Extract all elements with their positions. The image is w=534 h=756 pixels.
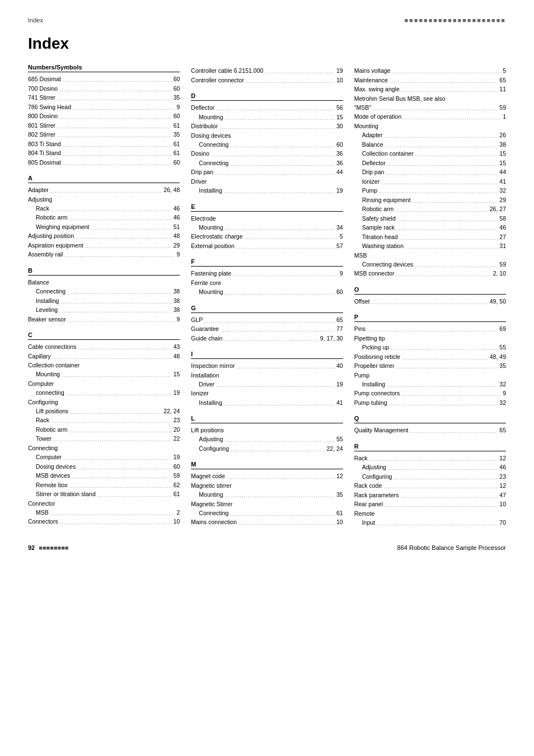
list-item: 700 Dosino60 <box>28 84 180 94</box>
list-item: Lift positions <box>191 426 343 435</box>
list-item: 804 Ti Stand61 <box>28 148 180 158</box>
list-item: Inspection mirror40 <box>191 361 343 371</box>
list-item: Controller cable 6.2151.00019 <box>191 66 343 76</box>
list-item: Installing32 <box>354 380 506 389</box>
list-item: Metrohm Serial Bus MSB, see also <box>354 94 506 103</box>
header-index-label: Index <box>28 17 43 24</box>
list-item: Drip pan44 <box>191 167 343 177</box>
list-item: Connectors10 <box>28 517 180 526</box>
list-item: Mounting34 <box>191 223 343 232</box>
list-item: Maintenance65 <box>354 76 506 85</box>
column-2: Controller cable 6.2151.00019Controller … <box>191 64 343 527</box>
section-header-p: P <box>354 314 506 322</box>
list-item: Collection container15 <box>354 149 506 158</box>
list-item: 741 Stirrer35 <box>28 93 180 102</box>
list-item: Ionizer <box>191 389 343 398</box>
list-item: connecting19 <box>28 388 180 398</box>
list-item: Adjusting <box>28 195 180 204</box>
list-item: Mounting60 <box>191 287 343 297</box>
list-item: Balance38 <box>354 140 506 150</box>
list-item: Titration head27 <box>354 232 506 242</box>
list-item: Guide chain9, 17, 30 <box>191 334 343 343</box>
list-item: Mounting <box>354 122 506 130</box>
section-header-f: F <box>191 258 343 267</box>
list-item: Connecting devices59 <box>354 260 506 269</box>
list-item: Mains voltage5 <box>354 66 506 76</box>
section-header-d: D <box>191 92 343 101</box>
list-item: MSB connector2, 10 <box>354 269 506 278</box>
list-item: Dosing devices <box>191 131 343 140</box>
list-item: Rack23 <box>28 416 180 425</box>
list-item: Remote box62 <box>28 480 180 490</box>
list-item: Propeller stirrer35 <box>354 361 506 371</box>
list-item: Stirrer or titration stand61 <box>28 489 180 499</box>
list-item: Mounting15 <box>191 113 343 122</box>
section-header-q: Q <box>354 415 506 423</box>
list-item: Controller connector10 <box>191 76 343 85</box>
list-item: Installing41 <box>191 398 343 408</box>
page-header: Index ■■■■■■■■■■■■■■■■■■■■■ <box>28 17 506 24</box>
list-item: Ferrite core <box>191 278 343 287</box>
list-item: Rinsing equipment29 <box>354 195 506 205</box>
list-item: Dosing devices60 <box>28 462 180 472</box>
list-item: Computer <box>28 379 180 388</box>
list-item: 685 Dosimat60 <box>28 74 180 84</box>
columns-wrapper: Numbers/Symbols685 Dosimat60700 Dosino60… <box>28 64 506 528</box>
list-item: 803 Ti Stand61 <box>28 139 180 149</box>
list-item: Adjusting55 <box>191 435 343 444</box>
list-item: Connecting38 <box>28 287 180 296</box>
list-item: Connecting61 <box>191 508 343 518</box>
list-item: Computer19 <box>28 452 180 462</box>
list-item: GLP65 <box>191 315 343 325</box>
list-item: Installing38 <box>28 296 180 306</box>
section-header-m: M <box>191 461 343 469</box>
list-item: Configuring <box>28 398 180 407</box>
list-item: Positioning reticle48, 49 <box>354 352 506 362</box>
page-title: Index <box>28 35 506 53</box>
list-item: Driver <box>191 177 343 186</box>
list-item: Robotic arm46 <box>28 213 180 222</box>
list-item: Guarantee77 <box>191 324 343 334</box>
list-item: "MSB"59 <box>354 103 506 113</box>
list-item: Remote <box>354 509 506 518</box>
list-item: Balance <box>28 278 180 287</box>
section-header-numbers/symbols: Numbers/Symbols <box>28 64 180 72</box>
list-item: External position57 <box>191 241 343 251</box>
list-item: Lift positions22, 24 <box>28 407 180 416</box>
list-item: Capillary48 <box>28 352 180 361</box>
list-item: Quality Management65 <box>354 426 506 435</box>
list-item: Ionizer41 <box>354 177 506 186</box>
list-item: Drip pan44 <box>354 167 506 177</box>
list-item: Connector <box>28 499 180 508</box>
list-item: Safety shield58 <box>354 214 506 223</box>
list-item: Weighing equipment51 <box>28 222 180 232</box>
list-item: Assembly rail9 <box>28 250 180 259</box>
section-header-b: B <box>28 267 180 276</box>
list-item: Connecting36 <box>191 158 343 168</box>
list-item: Configuring23 <box>354 472 506 482</box>
list-item: Configuring22, 24 <box>191 444 343 454</box>
section-header-g: G <box>191 305 343 313</box>
list-item: Tower22 <box>28 434 180 444</box>
list-item: Pump tubing32 <box>354 398 506 408</box>
list-item: 786 Swing Head9 <box>28 102 180 112</box>
list-item: 805 Dosimat60 <box>28 158 180 167</box>
list-item: Offset49, 50 <box>354 297 506 306</box>
list-item: MSB devices59 <box>28 471 180 480</box>
list-item: Fastening plate9 <box>191 269 343 278</box>
header-dots: ■■■■■■■■■■■■■■■■■■■■■ <box>404 17 506 24</box>
list-item: Pump <box>354 371 506 380</box>
section-header-a: A <box>28 175 180 183</box>
list-item: Pump connectors9 <box>354 389 506 398</box>
list-item: Magnetic stirrer <box>191 481 343 490</box>
list-item: Robotic arm20 <box>28 425 180 435</box>
list-item: Adjusting46 <box>354 463 506 472</box>
list-item: Electrode <box>191 214 343 223</box>
list-item: Mounting35 <box>191 490 343 500</box>
list-item: 800 Dosino60 <box>28 111 180 121</box>
list-item: 802 Stirrer35 <box>28 130 180 139</box>
list-item: Picking up55 <box>354 343 506 352</box>
column-1: Numbers/Symbols685 Dosimat60700 Dosino60… <box>28 64 180 526</box>
list-item: Deflector56 <box>191 103 343 113</box>
list-item: Installing19 <box>191 186 343 195</box>
